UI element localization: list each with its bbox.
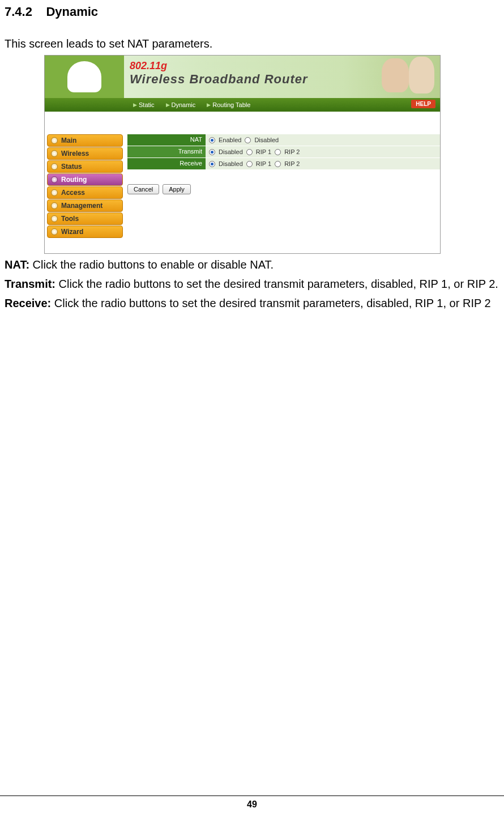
bullet-icon (51, 176, 58, 183)
radio-receive-rip2[interactable] (275, 161, 281, 167)
desc-nat: NAT: Click the radio buttons to enable o… (5, 256, 499, 273)
radio-transmit-rip1[interactable] (246, 149, 253, 155)
headphones-icon (67, 61, 101, 92)
banner-left (45, 56, 124, 98)
bullet-icon (51, 215, 58, 222)
arrow-icon: ▶ (133, 102, 137, 108)
intro-text: This screen leads to set NAT parameters. (5, 37, 499, 50)
face-icon (409, 57, 434, 93)
desc-text: Click the radio buttons to enable or dis… (29, 258, 274, 271)
bullet-icon (51, 189, 58, 196)
sidebar-item-wizard[interactable]: Wizard (47, 226, 123, 238)
sidebar: Main Wireless Status Routing Access Mana… (45, 112, 123, 253)
banner-title: Wireless Broadband Router (130, 72, 308, 87)
sidebar-item-access[interactable]: Access (47, 186, 123, 199)
subnav-static[interactable]: ▶Static (130, 101, 158, 108)
bullet-icon (51, 163, 58, 170)
page-footer: 49 (0, 796, 504, 810)
arrow-icon: ▶ (166, 102, 170, 108)
subnav: ▶Static ▶Dynamic ▶Routing Table HELP (45, 98, 440, 112)
form-label: Transmit (127, 146, 206, 158)
sidebar-item-wireless[interactable]: Wireless (47, 147, 123, 160)
form-row-receive: Receive Disabled RIP 1 RIP 2 (127, 158, 440, 169)
arrow-icon: ▶ (207, 102, 211, 108)
sidebar-item-main[interactable]: Main (47, 134, 123, 147)
radio-receive-disabled[interactable] (209, 161, 215, 167)
radio-nat-disabled[interactable] (245, 137, 251, 143)
desc-receive: Receive: Click the radio buttons to set … (5, 295, 499, 312)
page-number: 49 (247, 799, 257, 809)
banner-people (344, 56, 440, 98)
desc-label: Transmit: (5, 278, 55, 290)
radio-transmit-rip2[interactable] (275, 149, 281, 155)
form-options: Disabled RIP 1 RIP 2 (206, 158, 440, 169)
banner: 802.11g Wireless Broadband Router (45, 56, 440, 98)
content-area: NAT Enabled Disabled Transmit Disabled R… (123, 112, 440, 253)
desc-label: Receive: (5, 297, 51, 309)
section-title: Dynamic (46, 5, 98, 19)
banner-text: 802.11g Wireless Broadband Router (130, 60, 308, 87)
bullet-icon (51, 137, 58, 144)
section-heading: 7.4.2 Dynamic (5, 5, 499, 19)
subnav-dynamic[interactable]: ▶Dynamic (163, 101, 199, 108)
help-button[interactable]: HELP (411, 100, 435, 108)
form-label: NAT (127, 134, 206, 146)
form-options: Disabled RIP 1 RIP 2 (206, 146, 440, 158)
form-options: Enabled Disabled (206, 134, 440, 146)
sidebar-item-tools[interactable]: Tools (47, 212, 123, 225)
router-screenshot: 802.11g Wireless Broadband Router ▶Stati… (44, 55, 441, 254)
desc-text: Click the radio buttons to set the desir… (51, 297, 490, 309)
desc-transmit: Transmit: Click the radio buttons to set… (5, 275, 499, 292)
sidebar-item-management[interactable]: Management (47, 199, 123, 212)
form-row-transmit: Transmit Disabled RIP 1 RIP 2 (127, 146, 440, 158)
cancel-button[interactable]: Cancel (127, 184, 159, 194)
bullet-icon (51, 228, 58, 235)
apply-button[interactable]: Apply (163, 184, 191, 194)
form-label: Receive (127, 158, 206, 169)
form-row-nat: NAT Enabled Disabled (127, 134, 440, 146)
radio-transmit-disabled[interactable] (209, 149, 215, 155)
main-area: Main Wireless Status Routing Access Mana… (45, 112, 440, 253)
button-row: Cancel Apply (127, 184, 440, 194)
sidebar-item-status[interactable]: Status (47, 160, 123, 173)
radio-receive-rip1[interactable] (246, 161, 253, 167)
desc-label: NAT: (5, 258, 29, 271)
banner-logo: 802.11g (130, 60, 308, 72)
desc-text: Click the radio buttons to set the desir… (55, 278, 498, 290)
sidebar-item-routing[interactable]: Routing (47, 173, 123, 186)
bullet-icon (51, 150, 58, 157)
section-number: 7.4.2 (5, 5, 32, 19)
radio-nat-enabled[interactable] (209, 137, 215, 143)
subnav-routing-table[interactable]: ▶Routing Table (203, 101, 254, 108)
face-icon (382, 58, 409, 92)
bullet-icon (51, 202, 58, 209)
